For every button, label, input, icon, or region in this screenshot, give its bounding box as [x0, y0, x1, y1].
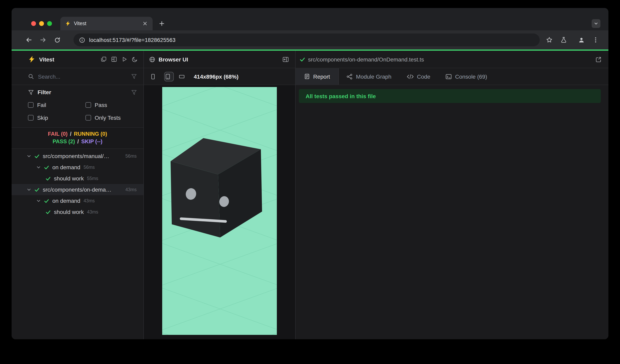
test-duration: 43ms	[87, 210, 98, 214]
report-tabs: Report Module Graph Code	[296, 68, 608, 85]
browser-preview-viewport[interactable]	[162, 87, 277, 335]
filter-checkbox-fail[interactable]: Fail	[28, 100, 85, 110]
tab-module-graph[interactable]: Module Graph	[339, 68, 399, 85]
browser-window: Vitest	[12, 8, 608, 339]
check-icon	[44, 165, 49, 170]
open-file-path: src/components/on-demand/OnDemand.test.t…	[308, 56, 424, 62]
browser-menu-icon[interactable]	[589, 33, 602, 46]
device-landscape-icon[interactable]	[179, 72, 188, 81]
tab-label: Console (69)	[455, 73, 487, 80]
open-in-panel-icon[interactable]	[282, 56, 289, 62]
sidebar-title: Vitest	[39, 56, 54, 62]
test-case-row[interactable]: should work 43ms	[12, 206, 143, 218]
reload-button[interactable]	[54, 33, 67, 46]
desktop: Vitest	[0, 0, 620, 364]
close-tab-icon[interactable]	[141, 20, 149, 27]
tab-code[interactable]: Code	[399, 68, 438, 85]
test-duration: 43ms	[125, 187, 137, 192]
running-count: RUNNING (0)	[74, 131, 107, 137]
back-button[interactable]	[25, 33, 38, 46]
report-content: All tests passed in this file	[296, 85, 608, 339]
tab-report[interactable]: Report	[296, 68, 339, 85]
report-header: src/components/on-demand/OnDemand.test.t…	[296, 51, 608, 68]
test-summary: FAIL (0)/RUNNING (0) PASS (2)/SKIP (--)	[12, 128, 143, 149]
filter-checkbox-pass[interactable]: Pass	[85, 100, 138, 110]
test-case-row[interactable]: should work 55ms	[12, 173, 143, 184]
tab-search-chevron-button[interactable]	[592, 19, 600, 28]
checkbox-icon[interactable]	[28, 102, 33, 108]
clear-search-filter-icon[interactable]	[131, 73, 137, 79]
search-row	[12, 68, 143, 85]
test-file-row[interactable]: src/components/manual/… 56ms	[12, 150, 143, 162]
dashboard-icon[interactable]	[111, 56, 117, 62]
filter-label: Filter	[38, 89, 51, 95]
filter-checkbox-skip[interactable]: Skip	[28, 113, 85, 123]
tab-console[interactable]: Console (69)	[438, 68, 495, 85]
browser-ui-pane: Browser UI	[144, 51, 296, 339]
tab-label: Report	[313, 73, 330, 80]
test-duration: 43ms	[83, 198, 95, 203]
chevron-down-icon[interactable]	[27, 154, 31, 158]
chevron-down-icon[interactable]	[36, 165, 41, 169]
close-window-button[interactable]	[31, 21, 36, 26]
test-suite-name: on demand	[52, 164, 80, 170]
device-tablet-icon[interactable]	[164, 72, 174, 81]
test-suite-row[interactable]: on demand 56ms	[12, 162, 143, 173]
checkbox-icon[interactable]	[28, 115, 33, 120]
skip-count: SKIP (--)	[81, 138, 102, 145]
filter-funnel-icon	[28, 89, 34, 95]
forward-button[interactable]	[40, 33, 52, 46]
reset-filter-icon[interactable]	[131, 89, 137, 95]
checkbox-icon[interactable]	[85, 115, 91, 120]
device-mobile-icon[interactable]	[150, 72, 159, 81]
summary-line-1: FAIL (0)/RUNNING (0)	[48, 131, 107, 137]
search-input[interactable]	[38, 73, 127, 80]
test-file-name: src/components/on-dema…	[43, 186, 111, 193]
check-icon	[34, 187, 40, 192]
profile-avatar-icon[interactable]	[575, 33, 588, 46]
site-info-icon[interactable]	[79, 37, 85, 43]
check-icon	[300, 57, 305, 62]
tab-title: Vitest	[74, 21, 138, 26]
new-tab-button[interactable]	[156, 18, 167, 29]
device-toolbar: 414x896px (68%)	[144, 68, 295, 85]
search-icon	[28, 73, 34, 79]
check-icon	[46, 209, 51, 215]
check-icon	[46, 176, 51, 181]
collapse-panels-icon[interactable]	[101, 56, 107, 62]
experiments-flask-icon[interactable]	[560, 33, 573, 46]
run-all-icon[interactable]	[122, 56, 127, 62]
address-bar[interactable]: localhost:5173/#/?file=1828625563	[74, 33, 540, 46]
tab-strip: Vitest	[12, 8, 608, 30]
sidebar-header: Vitest	[12, 51, 143, 68]
checkbox-label: Skip	[37, 115, 48, 121]
browser-tab[interactable]: Vitest	[60, 17, 153, 30]
all-tests-passed-banner: All tests passed in this file	[299, 89, 601, 103]
viewport-area	[144, 85, 295, 339]
filter-checkbox-only-tests[interactable]: Only Tests	[85, 113, 138, 123]
robot-cube	[170, 138, 262, 237]
tab-label: Code	[417, 73, 431, 80]
viewport-size-label: 414x896px (68%)	[194, 73, 238, 80]
console-terminal-icon	[445, 73, 452, 80]
test-tree: src/components/manual/… 56ms on demand 5…	[12, 149, 143, 339]
chevron-down-icon[interactable]	[27, 187, 31, 192]
bookmark-star-icon[interactable]	[546, 33, 559, 46]
checkbox-label: Fail	[37, 102, 46, 108]
checkbox-icon[interactable]	[85, 102, 91, 108]
maximize-window-button[interactable]	[47, 21, 52, 26]
test-file-row-active[interactable]: src/components/on-dema… 43ms	[12, 184, 143, 195]
test-case-name: should work	[54, 175, 84, 182]
test-duration: 56ms	[83, 165, 95, 170]
theme-toggle-moon-icon[interactable]	[132, 56, 138, 62]
minimize-window-button[interactable]	[39, 21, 44, 26]
globe-icon	[149, 56, 155, 62]
test-suite-name: on demand	[52, 198, 80, 204]
vitest-ui: Vitest	[12, 51, 608, 339]
pass-count: PASS (2)	[53, 138, 75, 145]
chevron-down-icon[interactable]	[36, 199, 41, 203]
external-link-icon[interactable]	[595, 56, 602, 62]
report-document-icon	[304, 73, 310, 79]
check-icon	[44, 198, 49, 203]
test-suite-row[interactable]: on demand 43ms	[12, 195, 143, 206]
